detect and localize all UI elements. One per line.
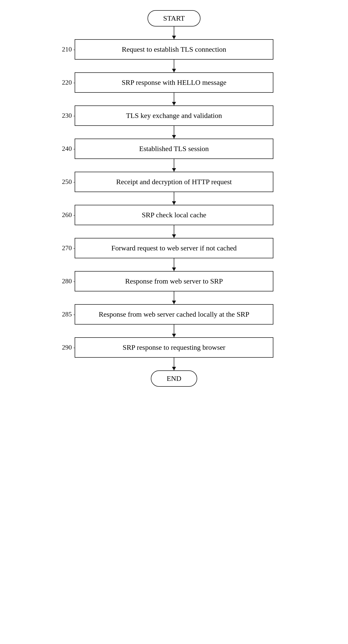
process-box-285: Response from web server cached locally … bbox=[75, 304, 273, 325]
step-row-270: 270 — Forward request to web server if n… bbox=[47, 238, 301, 258]
arrow-8 bbox=[174, 291, 174, 304]
arrow-0 bbox=[174, 26, 174, 39]
step-row-260: 260 — SRP check local cache bbox=[47, 205, 301, 225]
arrow-4 bbox=[174, 159, 174, 172]
arrow-3 bbox=[174, 126, 174, 139]
step-row-285: 285 — Response from web server cached lo… bbox=[47, 304, 301, 325]
process-box-260: SRP check local cache bbox=[75, 205, 273, 225]
process-box-290: SRP response to requesting browser bbox=[75, 337, 273, 358]
arrow-2 bbox=[174, 93, 174, 105]
flowchart-container: START 210 — Request to establish TLS con… bbox=[47, 10, 301, 387]
arrow-1 bbox=[174, 60, 174, 72]
step-row-220: 220 — SRP response with HELLO message bbox=[47, 72, 301, 93]
process-box-230: TLS key exchange and validation bbox=[75, 105, 273, 126]
process-box-270: Forward request to web server if not cac… bbox=[75, 238, 273, 258]
arrow-5 bbox=[174, 192, 174, 205]
step-row-210: 210 — Request to establish TLS connectio… bbox=[47, 39, 301, 60]
step-row-250: 250 — Receipt and decryption of HTTP req… bbox=[47, 172, 301, 192]
process-box-220: SRP response with HELLO message bbox=[75, 72, 273, 93]
step-row-240: 240 — Established TLS session bbox=[47, 139, 301, 159]
arrow-7 bbox=[174, 258, 174, 271]
process-box-210: Request to establish TLS connection bbox=[75, 39, 273, 60]
end-terminal: END bbox=[151, 370, 197, 387]
process-box-250: Receipt and decryption of HTTP request bbox=[75, 172, 273, 192]
arrow-10 bbox=[174, 358, 174, 370]
process-box-240: Established TLS session bbox=[75, 139, 273, 159]
arrow-6 bbox=[174, 225, 174, 238]
step-row-280: 280 — Response from web server to SRP bbox=[47, 271, 301, 291]
step-row-290: 290 — SRP response to requesting browser bbox=[47, 337, 301, 358]
arrow-9 bbox=[174, 325, 174, 337]
start-terminal: START bbox=[148, 10, 201, 26]
process-box-280: Response from web server to SRP bbox=[75, 271, 273, 291]
step-row-230: 230 — TLS key exchange and validation bbox=[47, 105, 301, 126]
